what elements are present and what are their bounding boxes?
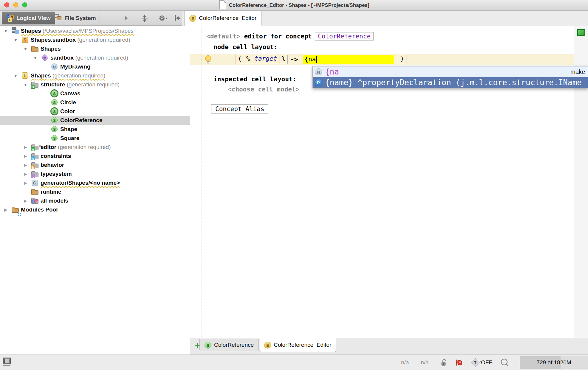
bottom-tab-colorreference[interactable]: SColorReference (199, 339, 259, 351)
tree-item-colorreference[interactable]: SColorReference (0, 116, 190, 125)
tree-expand-arrow-icon[interactable]: ▶ (21, 181, 30, 185)
statusbar: n/a n/a T :OFF 729 of 1820M (0, 355, 588, 370)
tree-expand-arrow-icon[interactable]: ▶ (21, 163, 30, 167)
cell-layout-row[interactable]: ( % target % -> {na ) (236, 55, 406, 64)
tree-item-suffix: (generation required) (76, 37, 130, 43)
tree-item-label: runtime (41, 189, 61, 195)
tree-collapse-arrow-icon[interactable]: ▼ (12, 74, 20, 78)
tree-item-mydrawing[interactable]: NMyDrawing (0, 62, 190, 71)
cell-open-paren[interactable]: ( (236, 55, 244, 64)
tree-item-circle[interactable]: SCircle (0, 98, 190, 107)
logical-view-icon: DSL (6, 14, 14, 22)
completion-item[interactable]: N{namake (313, 66, 588, 77)
tree-item-label: sandbox (generation required) (50, 55, 128, 61)
tree-item-constraints[interactable]: ▶cconstraints (0, 152, 190, 161)
tree-item-shapes[interactable]: ▼Shapes (/Users/vaclav/MPSProjects/Shape… (0, 27, 190, 35)
editor-aspect-icon: E (264, 342, 271, 349)
tree-item-editor[interactable]: ▶e✳editor (generation required) (0, 143, 190, 152)
concept-alias-line[interactable]: Concept Alias (211, 104, 268, 114)
tree-collapse-arrow-icon[interactable]: ▼ (21, 47, 30, 51)
cell-target[interactable]: target (252, 55, 279, 64)
memory-indicator[interactable]: 729 of 1820M (520, 356, 588, 369)
unlock-icon[interactable] (441, 359, 447, 366)
tree-expand-arrow-icon[interactable]: ▶ (21, 198, 30, 203)
structure-folder-icon: s (31, 81, 39, 88)
bottom-tab-colorreference-editor[interactable]: EColorReference_Editor (259, 338, 336, 352)
node-n-icon: N (51, 63, 59, 71)
expand-node-button[interactable] (122, 14, 131, 22)
tab-colorreference-editor[interactable]: E ColorReference_Editor (184, 11, 261, 26)
tree-item-generator-shapes-no-name-[interactable]: ▶Ggenerator/Shapes/<no name> (0, 178, 190, 187)
tree-item-label: behavior (41, 162, 64, 168)
tree-item-label: editor (generation required) (41, 144, 111, 150)
close-button[interactable] (4, 2, 9, 7)
choose-cell-model-placeholder[interactable]: <choose cell model> (228, 86, 299, 93)
tree-item-suffix: (generation required) (51, 72, 106, 79)
tree-item-label: Color (60, 108, 75, 115)
tree-item-structure[interactable]: ▼sstructure (generation required) (0, 80, 190, 89)
gear-dropdown-caret: ▾ (166, 16, 168, 20)
concept-reference-cell[interactable]: ColorReference (315, 32, 374, 41)
editor-header-line[interactable]: <default> editor for concept ColorRefere… (206, 32, 374, 41)
inspections-profile-icon[interactable] (455, 358, 463, 367)
tree-item-all-models[interactable]: ▶all models (0, 196, 190, 205)
toggle-toolwindows-button[interactable] (2, 357, 11, 367)
tree-collapse-arrow-icon[interactable]: ▼ (21, 83, 30, 87)
tree-item-label: Shape (60, 126, 77, 133)
file-system-tab[interactable]: File System (51, 12, 100, 24)
scroll-from-source-button[interactable] (173, 14, 182, 22)
tree-collapse-arrow-icon[interactable]: ▼ (12, 38, 20, 42)
tree-item-shapes-sandbox[interactable]: ▼SShapes.sandbox (generation required) (0, 35, 190, 44)
tree-item-label: generator/Shapes/<no name> (41, 180, 120, 186)
modules-pool-icon (11, 206, 19, 214)
tree-expand-arrow-icon[interactable]: ▶ (21, 172, 30, 176)
cell-close-paren[interactable]: ) (398, 55, 406, 64)
intention-bulb-icon[interactable] (204, 55, 212, 66)
concept-icon: S (205, 342, 211, 349)
typesystem-folder-icon: t (31, 170, 39, 178)
editor-concept-icon: E (189, 15, 196, 22)
cell-percent-close[interactable]: % (279, 55, 288, 64)
toolbar-divider (154, 14, 154, 23)
feedback-bubble-icon[interactable] (500, 358, 509, 367)
tree-item-runtime[interactable]: runtime (0, 187, 190, 196)
minimize-button[interactable] (13, 2, 18, 7)
tree-expand-arrow-icon[interactable]: ▶ (21, 145, 30, 150)
settings-gear-button[interactable]: ▾ (159, 14, 168, 22)
choose-cell-model-line[interactable]: <choose cell model> (228, 86, 299, 93)
project-tree: ▼Shapes (/Users/vaclav/MPSProjects/Shape… (0, 26, 190, 355)
collapse-all-button[interactable] (140, 14, 149, 22)
tree-expand-arrow-icon[interactable]: ▶ (21, 154, 30, 158)
tree-collapse-arrow-icon[interactable]: ▼ (2, 29, 10, 33)
tree-item-shapes[interactable]: ▼LShapes (generation required) (0, 71, 190, 80)
tree-item-modules-pool[interactable]: ▶Modules Pool (0, 205, 190, 214)
tree-item-canvas[interactable]: SCanvas (0, 89, 190, 98)
folder-icon (31, 188, 39, 196)
tree-item-label: Shapes (41, 46, 61, 52)
concept-root-icon: S (51, 108, 59, 115)
cell-edit-input[interactable]: {na (303, 55, 394, 64)
tree-item-color[interactable]: SColor (0, 107, 190, 116)
cell-percent-open[interactable]: % (244, 55, 253, 64)
zoom-button[interactable] (22, 2, 27, 7)
tree-item-typesystem[interactable]: ▶ttypesystem (0, 170, 190, 178)
concept-alias-cell[interactable]: Concept Alias (211, 104, 268, 114)
logical-view-tab[interactable]: DSL Logical View (2, 12, 55, 24)
project-icon (11, 27, 19, 35)
tree-item-shapes[interactable]: ▼Shapes (0, 44, 190, 53)
tree-item-square[interactable]: SSquare (0, 134, 190, 143)
tree-item-sandbox[interactable]: ▼Msandbox (generation required) (0, 53, 190, 62)
tree-collapse-arrow-icon[interactable]: ▼ (31, 56, 39, 60)
tree-item-shape[interactable]: SShape (0, 125, 190, 134)
tree-item-label: ColorReference (60, 117, 103, 124)
completion-popup: N{namakeP{name} ^propertyDeclaration (j.… (312, 66, 588, 88)
completion-node-icon: N (315, 68, 322, 75)
typing-assist-indicator[interactable]: T :OFF (471, 359, 492, 366)
tree-item-behavior[interactable]: ▶bbehavior (0, 161, 190, 170)
titlebar: ColorReference_Editor - Shapes - [~/MPSP… (0, 0, 588, 11)
tree-expand-arrow-icon[interactable]: ▶ (2, 207, 10, 212)
document-icon (219, 0, 227, 10)
editor-tabstrip: E ColorReference_Editor (182, 11, 588, 26)
all-models-icon (31, 197, 39, 205)
completion-item-selected[interactable]: P{name} ^propertyDeclaration (j.m.l.core… (313, 77, 588, 88)
